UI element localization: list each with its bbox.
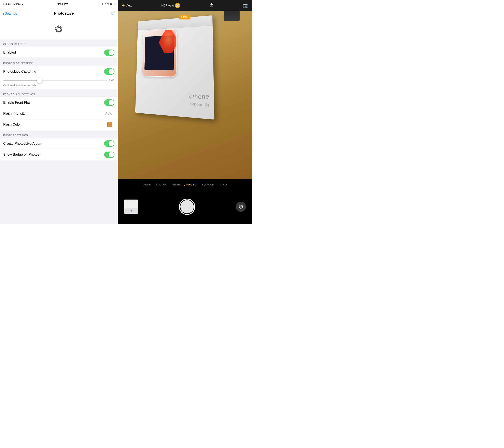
photo-thumbnail[interactable]: ⚙ [124, 199, 138, 214]
mode-photo-wrap: PHOTO [184, 183, 199, 186]
bluetooth-icon: ✦ [101, 3, 104, 5]
flash-control[interactable]: ⚡ Auto [121, 4, 132, 7]
badge-toggle-knob [108, 152, 114, 158]
front-flash-section-label: FRONT FLASH SETTINGS [0, 89, 118, 97]
enable-front-flash-toggle[interactable] [104, 99, 114, 106]
global-settings-group: Enabled [0, 47, 118, 58]
hdr-control[interactable]: HDR Auto [161, 3, 180, 8]
camera-flip-button[interactable] [236, 202, 246, 212]
status-bar: T-Mobile ▲ 9:01 PM ✦ 28% [0, 0, 118, 8]
mode-curse[interactable]: URSE [140, 183, 153, 186]
dark-object [224, 11, 240, 21]
mode-dot-indicator [184, 185, 185, 186]
mode-slomo[interactable]: SLO-MO [153, 183, 170, 186]
flip-camera-icon[interactable]: 📷 [243, 3, 248, 8]
svg-point-0 [57, 27, 61, 32]
heart-button[interactable]: ♡ [111, 11, 115, 16]
shutter-button[interactable] [179, 199, 195, 215]
mode-selector: URSE SLO-MO VIDEO PHOTO SQUARE PANO [118, 179, 252, 190]
signal-dot-4 [8, 3, 9, 5]
flash-color-chevron-icon: › [113, 123, 114, 126]
flash-mode-label: Auto [126, 4, 132, 7]
status-time: 9:01 PM [57, 2, 68, 6]
back-label: Settings [5, 12, 17, 16]
iphone-box: iPhone iPhone 6s [135, 16, 215, 120]
show-badge-label: Show Badge on Photos [3, 153, 39, 157]
show-badge-toggle[interactable] [104, 152, 114, 158]
signal-dot-1 [3, 3, 4, 5]
create-album-label: Create PhotosLive Album [3, 142, 42, 146]
capturing-label: PhotosLive Capturing [3, 70, 36, 74]
slider-hint: Capture duration in seconds. [0, 83, 118, 89]
album-toggle-knob [108, 141, 114, 146]
hdr-sun-icon [176, 4, 179, 7]
front-flash-settings-group: Enable Front Flash Flash Intensity Auto … [0, 97, 118, 130]
timer-icon[interactable]: ⏱ [209, 3, 214, 8]
flash-color-row[interactable]: Flash Color › [0, 119, 118, 130]
svg-line-16 [178, 4, 179, 5]
svg-point-9 [177, 5, 178, 6]
enable-front-flash-row[interactable]: Enable Front Flash [0, 97, 118, 108]
slider-thumb[interactable] [37, 77, 42, 83]
global-section-label: GLOBAL SETTING [0, 39, 118, 47]
show-badge-row[interactable]: Show Badge on Photos [0, 149, 118, 160]
box-iphone-text: iPhone [188, 93, 210, 101]
flash-color-swatch[interactable] [107, 122, 112, 127]
battery-icon [110, 3, 115, 5]
back-button[interactable]: ‹ Settings [3, 12, 17, 16]
page-title: PhotosLive [54, 11, 74, 16]
mode-photo[interactable]: PHOTO [184, 183, 199, 186]
back-chevron-icon: ‹ [3, 12, 4, 16]
settings-panel: T-Mobile ▲ 9:01 PM ✦ 28% ‹ Settings Phot… [0, 0, 118, 224]
enabled-toggle[interactable] [104, 50, 114, 56]
mode-pano[interactable]: PANO [216, 183, 229, 186]
photos-section-label: PHOTOS SETTINGS [0, 130, 118, 138]
shutter-inner [180, 200, 194, 214]
status-right: ✦ 28% [101, 3, 115, 5]
flash-intensity-row[interactable]: Flash Intensity Auto › [0, 108, 118, 119]
nav-bar: ‹ Settings PhotosLive ♡ [0, 8, 118, 19]
svg-point-19 [240, 206, 242, 208]
settings-scroll: GLOBAL SETTING Enabled PHOTOSLIVE SETTIN… [0, 19, 118, 224]
live-badge: LIVE [179, 15, 190, 19]
mode-square[interactable]: SQUARE [199, 183, 216, 186]
signal-dot-5 [9, 3, 11, 5]
status-left: T-Mobile ▲ [3, 3, 24, 6]
box-model-text: iPhone 6s [190, 102, 209, 108]
slider-value: 2.00 [109, 79, 114, 82]
create-album-row[interactable]: Create PhotosLive Album [0, 138, 118, 149]
flash-intensity-right: Auto › [105, 112, 114, 116]
camera-viewfinder: iPhone iPhone 6s LIVE [118, 11, 252, 179]
thumb-top [124, 200, 138, 208]
signal-dot-2 [4, 3, 6, 5]
carrier-label: T-Mobile [11, 3, 21, 5]
flash-intensity-label: Flash Intensity [3, 112, 26, 116]
thumb-bottom: ⚙ [124, 208, 138, 214]
signal-dots [3, 3, 11, 5]
thumbnail-image: ⚙ [124, 200, 138, 214]
app-icon-section [0, 19, 118, 39]
signal-dot-3 [6, 3, 7, 5]
slider-row: 2.00 [0, 77, 118, 83]
flash-color-label: Flash Color [3, 123, 21, 127]
camera-panel: ⚡ Auto HDR Auto ⏱ 📷 [118, 0, 252, 224]
flash-intensity-value: Auto [105, 112, 112, 116]
svg-line-15 [178, 6, 179, 7]
wifi-icon: ▲ [21, 3, 24, 6]
app-icon [53, 23, 65, 35]
photoslive-settings-group: PhotosLive Capturing 2.00 Capture durati… [0, 66, 118, 89]
capturing-toggle-knob [108, 69, 114, 74]
capturing-row[interactable]: PhotosLive Capturing [0, 66, 118, 77]
toggle-knob [108, 50, 114, 55]
camera-controls: ⚙ [118, 190, 252, 224]
camera-top-bar: ⚡ Auto HDR Auto ⏱ 📷 [118, 0, 252, 11]
hdr-icon [175, 3, 180, 8]
enabled-row[interactable]: Enabled [0, 47, 118, 58]
create-album-toggle[interactable] [104, 140, 114, 147]
capture-duration-slider[interactable] [3, 80, 107, 81]
chevron-right-icon: › [113, 112, 114, 115]
camera-bottom: URSE SLO-MO VIDEO PHOTO SQUARE PANO ⚙ [118, 179, 252, 224]
mode-video[interactable]: VIDEO [170, 183, 184, 186]
capturing-toggle[interactable] [104, 68, 114, 75]
photoslive-section-label: PHOTOSLIVE SETTINGS [0, 58, 118, 66]
